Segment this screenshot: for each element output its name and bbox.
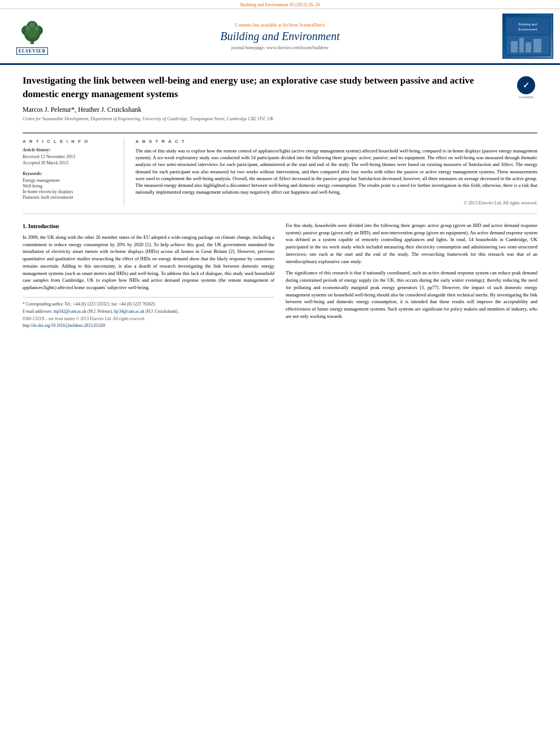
email1-link[interactable]: mp542@cam.ac.uk bbox=[54, 309, 86, 314]
article-info-abstract: A R T I C L E I N F O Article history: R… bbox=[23, 133, 537, 206]
body-col-left: 1. Introduction In 2009, the UK along wi… bbox=[23, 222, 274, 330]
svg-text:Building and: Building and bbox=[518, 23, 537, 26]
svg-rect-15 bbox=[519, 38, 524, 53]
abstract-label: A B S T R A C T bbox=[135, 139, 537, 144]
article-received: Received 12 November 2012 bbox=[23, 154, 116, 159]
svg-point-6 bbox=[25, 26, 30, 30]
body-para-1: In 2009, the UK along with the other 26 … bbox=[23, 234, 274, 291]
svg-point-7 bbox=[34, 26, 39, 30]
footnote-email-line: E-mail addresses: mp542@cam.ac.uk (M.J. … bbox=[23, 308, 274, 314]
elsevier-wordmark: ELSEVIER bbox=[16, 47, 48, 55]
body-col-right: For this study, households were divided … bbox=[286, 222, 537, 330]
crossmark-icon: ✓ bbox=[517, 76, 535, 94]
email-label: E-mail addresses: bbox=[23, 309, 53, 314]
article-accepted: Accepted 30 March 2013 bbox=[23, 160, 116, 165]
svg-text:Environment: Environment bbox=[518, 28, 537, 31]
abstract-text: The aim of this study was to explore how… bbox=[135, 147, 537, 196]
abstract-col: A B S T R A C T The aim of this study wa… bbox=[135, 139, 537, 206]
keyword-3: In-home electricity displays bbox=[23, 189, 116, 194]
doi-line: http://dx.doi.org/10.1016/j.buildenv.201… bbox=[23, 322, 274, 329]
svg-rect-10 bbox=[506, 18, 549, 34]
keywords-label: Keywords: bbox=[23, 171, 116, 176]
footnote-section: * Corresponding author. Tel.: +44 (0) 12… bbox=[23, 297, 274, 329]
email1-name: (M.J. Pelenur), bbox=[88, 309, 113, 314]
journal-header: ELSEVIER Contents lists available at Sci… bbox=[0, 9, 560, 65]
article-history-label: Article history: bbox=[23, 147, 116, 152]
journal-top-reference: Building and Environment 65 (2013) 26–34 bbox=[240, 2, 320, 7]
journal-homepage: journal homepage: www.elsevier.com/locat… bbox=[69, 45, 491, 50]
crossmark-logo: ✓ CrossMark bbox=[515, 76, 537, 99]
sciverse-link-text[interactable]: SciVerse ScienceDirect bbox=[283, 23, 325, 28]
sciverse-line: Contents lists available at SciVerse Sci… bbox=[69, 23, 491, 28]
section1-heading: 1. Introduction bbox=[23, 222, 274, 230]
keyword-4: Domestic built environment bbox=[23, 195, 116, 200]
email2-name: (H.J. Cruickshank). bbox=[146, 309, 179, 314]
journal-title: Building and Environment bbox=[69, 30, 491, 43]
article-info-col: A R T I C L E I N F O Article history: R… bbox=[23, 139, 124, 206]
body-para-3: The significance of this research is tha… bbox=[286, 269, 537, 320]
svg-rect-17 bbox=[533, 39, 541, 53]
keyword-2: Well-being bbox=[23, 184, 116, 189]
article-title: Investigating the link between well-bein… bbox=[23, 74, 504, 101]
article-title-section: Investigating the link between well-bein… bbox=[23, 74, 537, 127]
article-affiliation: Centre for Sustainable Development, Depa… bbox=[23, 116, 504, 121]
journal-header-center: Contents lists available at SciVerse Sci… bbox=[58, 23, 502, 50]
keywords-section: Keywords: Energy management Well-being I… bbox=[23, 171, 116, 200]
svg-point-8 bbox=[29, 22, 35, 28]
elsevier-tree-icon bbox=[15, 18, 49, 46]
svg-rect-16 bbox=[526, 42, 531, 53]
journal-cover-icon: Building and Environment bbox=[505, 16, 550, 56]
svg-rect-14 bbox=[511, 41, 518, 53]
copyright-line: © 2013 Elsevier Ltd. All rights reserved… bbox=[135, 200, 537, 206]
main-content: Investigating the link between well-bein… bbox=[0, 65, 560, 339]
journal-thumb-image: Building and Environment bbox=[502, 14, 553, 59]
doi-link[interactable]: http://dx.doi.org/10.1016/j.buildenv.201… bbox=[23, 323, 105, 328]
email2-link[interactable]: hjc34@cam.ac.uk bbox=[114, 309, 145, 314]
keyword-1: Energy management bbox=[23, 178, 116, 183]
crossmark-label: CrossMark bbox=[519, 95, 534, 99]
body-para-2: For this study, households were divided … bbox=[286, 222, 537, 265]
journal-top-bar: Building and Environment 65 (2013) 26–34 bbox=[0, 0, 560, 9]
elsevier-logo: ELSEVIER bbox=[7, 14, 58, 59]
body-content: 1. Introduction In 2009, the UK along wi… bbox=[23, 222, 537, 330]
article-info-label: A R T I C L E I N F O bbox=[23, 139, 116, 144]
article-authors: Marcos J. Pelenur*, Heather J. Cruicksha… bbox=[23, 106, 504, 114]
footnote-corresponding: * Corresponding author. Tel.: +44 (0) 12… bbox=[23, 301, 274, 307]
separator bbox=[23, 213, 537, 214]
issn-line: 0360-1323/$ – see front matter © 2013 El… bbox=[23, 316, 274, 322]
